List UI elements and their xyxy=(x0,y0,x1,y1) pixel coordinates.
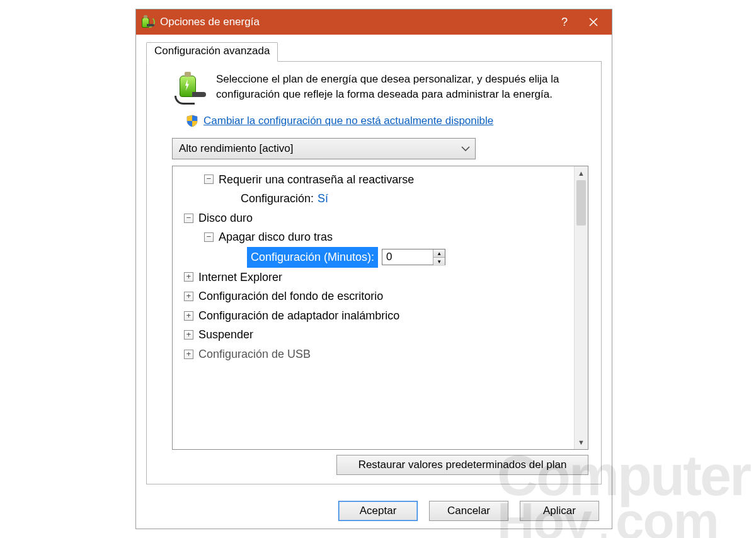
power-options-dialog: Opciones de energía ? Configuración avan… xyxy=(135,9,612,529)
expand-icon[interactable]: + xyxy=(184,272,193,282)
collapse-icon[interactable]: − xyxy=(184,214,193,223)
close-icon xyxy=(589,18,598,26)
collapse-icon[interactable]: − xyxy=(204,232,214,242)
settings-tree: − Requerir una contraseña al reactivarse… xyxy=(172,166,588,450)
chevron-down-icon xyxy=(456,139,475,159)
scroll-down-icon[interactable]: ▼ xyxy=(575,435,588,449)
cancel-button[interactable]: Cancelar xyxy=(429,501,508,521)
tree-node-hard-disk[interactable]: − Disco duro xyxy=(178,209,569,228)
scroll-thumb[interactable] xyxy=(576,180,586,226)
restore-defaults-button[interactable]: Restaurar valores predeterminados del pl… xyxy=(336,455,588,475)
dialog-button-bar: Aceptar Cancelar Aplicar xyxy=(136,493,612,529)
minutes-spinner[interactable]: ▲ ▼ xyxy=(382,249,445,265)
window-title: Opciones de energía xyxy=(160,16,550,28)
tree-node-sleep[interactable]: + Suspender xyxy=(178,325,569,345)
ok-button[interactable]: Aceptar xyxy=(338,501,418,521)
tab-label: Configuración avanzada xyxy=(154,45,270,57)
tree-node-usb-settings[interactable]: + Configuración de USB xyxy=(178,345,569,364)
scroll-up-icon[interactable]: ▲ xyxy=(575,166,588,180)
power-plan-selected: Alto rendimiento [activo] xyxy=(173,142,456,155)
selected-setting-label: Configuración (Minutos): xyxy=(247,247,378,268)
close-button[interactable] xyxy=(579,9,608,35)
tree-scrollbar[interactable]: ▲ ▼ xyxy=(574,166,588,449)
value-link[interactable]: Sí xyxy=(318,189,328,209)
change-unavailable-settings-link[interactable]: Cambiar la configuración que no está act… xyxy=(203,113,493,129)
apply-button[interactable]: Aplicar xyxy=(520,501,599,521)
minutes-input[interactable] xyxy=(382,249,433,265)
tree-node-require-password[interactable]: − Requerir una contraseña al reactivarse xyxy=(178,170,569,190)
tree-node-turn-off-disk[interactable]: − Apagar disco duro tras xyxy=(178,227,569,247)
tree-leaf-require-password-value[interactable]: Configuración: Sí xyxy=(178,189,569,209)
expand-icon[interactable]: + xyxy=(184,292,193,301)
tree-node-desktop-background[interactable]: + Configuración del fondo de escritorio xyxy=(178,287,569,306)
battery-plug-icon xyxy=(173,72,206,105)
expand-icon[interactable]: + xyxy=(184,311,193,321)
tab-panel: Seleccione el plan de energía que desea … xyxy=(146,61,602,484)
uac-shield-icon xyxy=(186,115,198,127)
help-button[interactable]: ? xyxy=(550,9,579,35)
expand-icon[interactable]: + xyxy=(184,350,193,359)
collapse-icon[interactable]: − xyxy=(204,175,214,184)
tree-leaf-turn-off-disk-minutes[interactable]: Configuración (Minutos): ▲ ▼ xyxy=(178,247,569,268)
intro-text: Seleccione el plan de energía que desea … xyxy=(216,72,588,102)
dialog-body: Configuración avanzada Seleccione el pla… xyxy=(136,35,612,529)
expand-icon[interactable]: + xyxy=(184,330,193,340)
tree-node-wireless-adapter[interactable]: + Configuración de adaptador inalámbrico xyxy=(178,306,569,326)
spinner-up[interactable]: ▲ xyxy=(433,249,445,258)
window-titlebar[interactable]: Opciones de energía ? xyxy=(136,9,612,35)
tree-node-internet-explorer[interactable]: + Internet Explorer xyxy=(178,268,569,287)
spinner-down[interactable]: ▼ xyxy=(433,258,445,266)
tab-advanced-settings[interactable]: Configuración avanzada xyxy=(146,42,278,62)
power-plan-dropdown[interactable]: Alto rendimiento [activo] xyxy=(172,138,476,159)
power-options-icon xyxy=(141,15,155,29)
